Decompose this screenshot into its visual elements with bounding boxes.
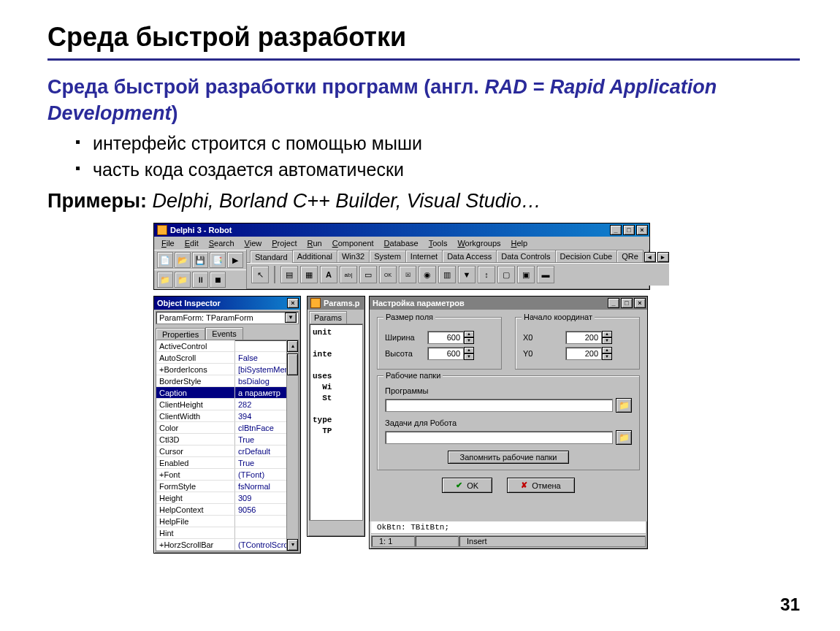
y0-spin[interactable]: ▲▼: [565, 347, 612, 360]
palette-edit[interactable]: ab|: [340, 266, 357, 283]
x0-spin[interactable]: ▲▼: [565, 331, 612, 344]
palette-checkbox[interactable]: ☒: [399, 266, 416, 283]
component-tabs[interactable]: Standard Additional Win32 System Interne…: [247, 250, 669, 263]
palette-arrow[interactable]: ↖: [251, 266, 269, 283]
close-button[interactable]: ×: [634, 298, 646, 308]
palette-button[interactable]: OK: [379, 266, 397, 283]
groupbox-size[interactable]: Размер поля Ширина ▲▼ Высота: [377, 317, 502, 370]
toolbar-btn[interactable]: 📑: [210, 252, 226, 268]
palette-combobox[interactable]: ▼: [458, 266, 476, 283]
property-row[interactable]: +Font(TFont): [156, 469, 298, 481]
code-body[interactable]: unit inte uses Wi St type TP: [309, 324, 363, 521]
inspector-scrollbar[interactable]: ▴ ▾: [286, 340, 298, 551]
param-titlebar[interactable]: Настройка параметров _ □ ×: [370, 297, 647, 310]
spin-up-icon[interactable]: ▲: [602, 347, 612, 353]
property-row[interactable]: Height309: [156, 492, 298, 504]
browse-folder-button[interactable]: 📁: [616, 430, 632, 445]
x0-input[interactable]: [565, 331, 602, 344]
component-tab[interactable]: Win32: [337, 250, 370, 262]
inspector-tabs[interactable]: Properties Events: [154, 326, 300, 340]
browse-folder-button[interactable]: 📁: [616, 398, 632, 413]
spin-down-icon[interactable]: ▼: [602, 337, 612, 344]
property-row[interactable]: BorderStylebsDialog: [156, 375, 298, 387]
menu-edit[interactable]: Edit: [180, 238, 203, 248]
palette-radio[interactable]: ◉: [419, 266, 436, 283]
property-grid[interactable]: ActiveControlAutoScrollFalse+BorderIcons…: [156, 340, 299, 551]
code-titlebar[interactable]: Params.p: [308, 297, 364, 310]
height-input[interactable]: [427, 347, 464, 360]
property-row[interactable]: FormStylefsNormal: [156, 481, 298, 492]
property-row[interactable]: ActiveControl: [156, 340, 298, 352]
scroll-thumb[interactable]: [287, 353, 298, 375]
palette-mainmenu[interactable]: ▤: [280, 266, 298, 283]
cancel-button[interactable]: ✘Отмена: [507, 478, 574, 493]
form-designer-surface[interactable]: Размер поля Ширина ▲▼ Высота: [370, 310, 647, 521]
property-row[interactable]: Captionа параметр: [156, 387, 298, 399]
toolbar-btn[interactable]: 📁: [175, 272, 191, 288]
component-tab[interactable]: QRe: [616, 250, 644, 262]
menu-view[interactable]: View: [240, 238, 267, 248]
toolbar-btn[interactable]: 📂: [175, 252, 191, 268]
y0-input[interactable]: [565, 347, 602, 360]
palette-popupmenu[interactable]: ▦: [300, 266, 318, 283]
programs-path-input[interactable]: [385, 399, 613, 412]
toolbar-btn[interactable]: 💾: [192, 252, 208, 268]
scroll-down-icon[interactable]: ▾: [287, 539, 298, 551]
groupbox-origin[interactable]: Начало координат X0 ▲▼ Y0: [515, 317, 640, 370]
code-tab[interactable]: Params: [309, 311, 347, 324]
component-tab[interactable]: Data Access: [442, 250, 497, 262]
toolbar-btn[interactable]: ⏸: [192, 272, 208, 288]
spin-up-icon[interactable]: ▲: [464, 347, 474, 353]
spin-down-icon[interactable]: ▼: [464, 337, 474, 344]
spin-down-icon[interactable]: ▼: [464, 353, 474, 360]
property-row[interactable]: HelpFile: [156, 516, 298, 527]
component-selector-combo[interactable]: ParamForm: TParamForm ▼: [156, 311, 299, 324]
menu-run[interactable]: Run: [303, 238, 327, 248]
inspector-titlebar[interactable]: Object Inspector ×: [154, 297, 300, 310]
spin-down-icon[interactable]: ▼: [602, 353, 612, 360]
component-tab[interactable]: Internet: [405, 250, 443, 262]
maximize-button[interactable]: □: [621, 298, 633, 308]
menu-search[interactable]: Search: [205, 238, 239, 248]
spin-up-icon[interactable]: ▲: [464, 331, 474, 337]
property-row[interactable]: EnabledTrue: [156, 457, 298, 469]
menu-component[interactable]: Component: [328, 238, 378, 248]
tab-properties[interactable]: Properties: [156, 328, 205, 340]
palette-radiogroup[interactable]: ▣: [517, 266, 535, 283]
palette-panel[interactable]: ▬: [537, 266, 554, 283]
property-row[interactable]: AutoScrollFalse: [156, 352, 298, 364]
component-tab[interactable]: Additional: [292, 250, 337, 262]
toolbar-btn[interactable]: ▶: [227, 252, 243, 268]
palette-memo[interactable]: ▭: [359, 266, 377, 283]
toolbar-btn[interactable]: 📄: [157, 252, 173, 268]
menu-bar[interactable]: File Edit Search View Project Run Compon…: [154, 237, 649, 250]
palette-scrollbar[interactable]: ↕: [478, 266, 495, 283]
dropdown-arrow-icon[interactable]: ▼: [285, 313, 297, 323]
property-row[interactable]: CursorcrDefault: [156, 445, 298, 457]
height-spin[interactable]: ▲▼: [427, 347, 474, 360]
minimize-button[interactable]: _: [608, 298, 619, 308]
component-tab[interactable]: Decision Cube: [555, 250, 618, 262]
property-row[interactable]: +BorderIcons[biSystemMen: [156, 364, 298, 375]
close-button[interactable]: ×: [636, 225, 648, 235]
property-row[interactable]: +HorzScrollBar(TControlScro: [156, 539, 298, 551]
property-row[interactable]: Ctl3DTrue: [156, 434, 298, 445]
remember-folders-button[interactable]: Запомнить рабочие папки: [448, 451, 570, 464]
spin-up-icon[interactable]: ▲: [602, 331, 612, 337]
delphi-titlebar[interactable]: Delphi 3 - Robot _ □ ×: [154, 223, 649, 237]
scroll-up-icon[interactable]: ▴: [287, 340, 298, 352]
tab-events[interactable]: Events: [205, 327, 243, 340]
property-row[interactable]: Hint: [156, 527, 298, 539]
menu-database[interactable]: Database: [380, 238, 423, 248]
menu-file[interactable]: File: [157, 238, 179, 248]
tabs-right-button[interactable]: ▸: [657, 252, 669, 262]
groupbox-folders[interactable]: Рабочие папки Программы 📁 Задачи для Роб…: [377, 375, 640, 470]
component-tab[interactable]: Standard: [250, 251, 293, 263]
component-tab[interactable]: System: [369, 250, 406, 262]
toolbar-btn[interactable]: 📁: [157, 272, 173, 288]
property-row[interactable]: ClientHeight282: [156, 399, 298, 410]
palette-listbox[interactable]: ▥: [438, 266, 456, 283]
property-row[interactable]: ClientWidth394: [156, 410, 298, 422]
menu-workgroups[interactable]: Workgroups: [453, 238, 505, 248]
palette-groupbox[interactable]: ▢: [497, 266, 515, 283]
